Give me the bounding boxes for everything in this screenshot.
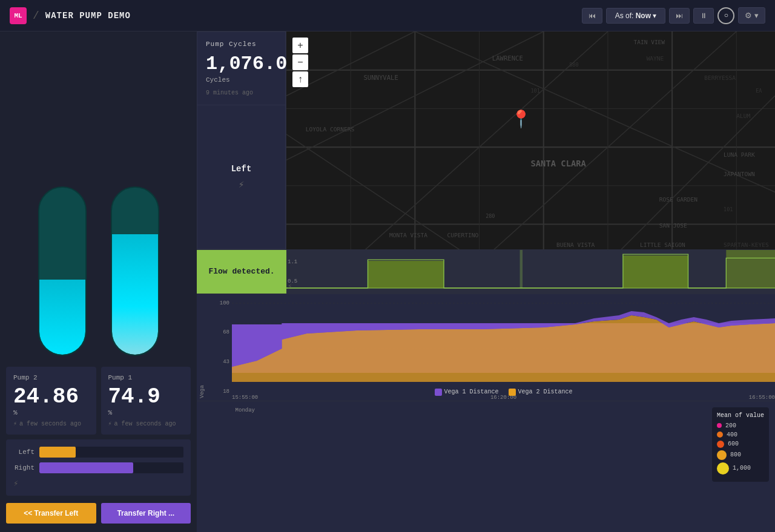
map-controls: + − ↑: [292, 38, 308, 87]
bubble-legend-label-400: 400: [727, 432, 737, 438]
vega-x-end: 16:55:00: [749, 395, 775, 401]
pump2-unit: %: [13, 409, 89, 416]
svg-text:LITTLE SAIGON: LITTLE SAIGON: [640, 241, 685, 248]
vega-y-18: 18: [223, 389, 229, 395]
svg-text:BERRYESSA: BERRYESSA: [704, 74, 736, 81]
bar-row-left: Left: [13, 447, 183, 458]
bubble-legend-dot-800: [717, 450, 727, 460]
bubble-legend-label-600: 600: [728, 441, 739, 447]
pump1-timestamp: a few seconds ago: [114, 421, 176, 427]
bubble-legend-200: 200: [717, 422, 764, 429]
pump1-value: 74.9: [108, 386, 184, 408]
pause-button[interactable]: ⏸: [693, 8, 714, 24]
svg-text:SUNNYVALE: SUNNYVALE: [363, 74, 398, 82]
header-controls: ⏮ As of: Now ▾ ⏭ ⏸ ○ ⚙ ▾: [582, 7, 765, 24]
map-zoom-in-button[interactable]: +: [292, 38, 308, 53]
svg-text:280: 280: [486, 213, 495, 219]
pump1-time: ⚡ a few seconds ago: [108, 420, 184, 427]
forward-button[interactable]: ⏭: [669, 8, 690, 24]
svg-text:BUENA VISTA: BUENA VISTA: [556, 241, 595, 248]
vega-legend-2: Vega 2 Distance: [509, 389, 573, 396]
map-svg: SUNNYVALE LAWRENCE WAYNE BERRYESSA LOYOL…: [286, 31, 775, 249]
svg-text:880: 880: [569, 62, 578, 68]
vega-legend-2-label: Vega 2 Distance: [518, 389, 573, 395]
svg-text:JAPANTOWN: JAPANTOWN: [724, 171, 755, 177]
bubble-legend: Mean of value 200 400 600: [712, 407, 769, 482]
left-panel: Pump 2 24.86 % ⚡ a few seconds ago Pump …: [0, 31, 197, 532]
bubble-chart-area: time (day) Monday Tuesday Friday Saturda…: [197, 401, 775, 532]
pump-cycles-column: Pump Cycles 1,076.0 Cycles 9 minutes ago…: [197, 31, 286, 249]
vega-x-start: 15:55:00: [232, 395, 258, 401]
vega-legend: Vega 1 Distance Vega 2 Distance: [434, 389, 572, 396]
svg-text:EA: EA: [756, 88, 762, 94]
flow-chart-area: 1.1 0.5 ⚡: [286, 250, 775, 294]
flow-svg: [286, 250, 775, 294]
map-container[interactable]: SUNNYVALE LAWRENCE WAYNE BERRYESSA LOYOL…: [286, 31, 775, 249]
svg-text:LAWRENCE: LAWRENCE: [492, 54, 523, 62]
pump1-card: Pump 1 74.9 % ⚡ a few seconds ago: [101, 367, 191, 435]
bubble-legend-dot-1000: [717, 462, 729, 475]
map-zoom-out-button[interactable]: −: [292, 54, 308, 70]
bubble-legend-1000: 1,000: [717, 462, 764, 475]
bubble-legend-dot-600: [717, 441, 724, 448]
pump2-card: Pump 2 24.86 % ⚡ a few seconds ago: [6, 367, 96, 435]
bubble-legend-600: 600: [717, 441, 764, 448]
record-button[interactable]: ○: [717, 7, 734, 24]
bubble-legend-400: 400: [717, 432, 764, 438]
bar-fill-right: [39, 462, 133, 473]
map-reset-button[interactable]: ↑: [292, 71, 308, 87]
top-row: Pump Cycles 1,076.0 Cycles 9 minutes ago…: [197, 31, 775, 249]
pump2-time: ⚡ a few seconds ago: [13, 420, 89, 427]
bubble-chart: 00 01 02 03 04 05 06 07 08 09 10 11 12 1…: [251, 401, 775, 532]
flow-x-icon: ⚡: [288, 282, 292, 291]
svg-text:TAIN VIEW: TAIN VIEW: [633, 39, 665, 45]
bubble-svg: [251, 401, 775, 532]
vega-chart-area: Vega 100 68 43 18: [197, 294, 775, 401]
gauge-right: [111, 186, 159, 356]
bar-track-right: [39, 462, 183, 473]
bubble-legend-800: 800: [717, 450, 764, 460]
bar-label-right: Right: [13, 464, 35, 471]
svg-text:WAYNE: WAYNE: [647, 55, 664, 62]
pump2-timestamp: a few seconds ago: [19, 421, 81, 427]
bubble-legend-label-800: 800: [730, 452, 741, 458]
pump-cycles-title: Pump Cycles: [206, 41, 277, 48]
gauges-row: [6, 38, 191, 362]
svg-text:SPARTAN-KEYES: SPARTAN-KEYES: [724, 241, 769, 248]
settings-button[interactable]: ⚙ ▾: [738, 7, 765, 24]
pump-cycles-unit: Cycles: [206, 76, 277, 84]
rewind-button[interactable]: ⏮: [582, 8, 602, 24]
pump-cycles-time: 9 minutes ago: [206, 90, 277, 96]
bar-chart-card: Left Right ⚡: [6, 439, 191, 496]
pump2-title: Pump 2: [13, 374, 89, 381]
bar-row-right: Right: [13, 462, 183, 473]
map-pin: 📍: [510, 109, 532, 130]
transfer-right-button[interactable]: Transfer Right ...: [101, 503, 191, 524]
right-panel: Pump Cycles 1,076.0 Cycles 9 minutes ago…: [197, 31, 775, 532]
header: ML / WATER PUMP DEMO ⏮ As of: Now ▾ ⏭ ⏸ …: [0, 0, 775, 31]
bubble-legend-title: Mean of value: [717, 412, 764, 419]
svg-text:ROSE GARDEN: ROSE GARDEN: [659, 196, 698, 203]
vega-chart: 15:55:00 16:20:00 16:55:00 Vega 1 Distan…: [232, 294, 775, 401]
direction-icon: ⚡: [239, 179, 245, 191]
svg-text:CUPERTINO: CUPERTINO: [447, 232, 478, 238]
time-selector-button[interactable]: As of: Now ▾: [606, 8, 666, 24]
svg-text:ALUM: ALUM: [736, 113, 750, 119]
gauge-left-pill: [38, 186, 87, 356]
svg-rect-44: [520, 250, 523, 288]
svg-text:SAN JOSE: SAN JOSE: [659, 222, 687, 229]
bar-track-left: [39, 447, 183, 458]
bubble-legend-label-1000: 1,000: [733, 465, 751, 471]
pump-cycles-card: Pump Cycles 1,076.0 Cycles 9 minutes ago: [197, 31, 286, 105]
flow-row: Flow detected. 1.1 0.5 ⚡: [197, 249, 775, 294]
svg-rect-46: [726, 250, 775, 288]
svg-rect-43: [368, 261, 444, 288]
header-separator: /: [33, 10, 39, 22]
gauge-right-pill: [111, 186, 159, 356]
vega-y-axis-label: Vega: [197, 294, 208, 401]
svg-text:101: 101: [531, 88, 540, 94]
transfer-left-button[interactable]: << Transfer Left: [6, 503, 96, 524]
svg-rect-45: [623, 255, 688, 288]
svg-text:LUNA PARK: LUNA PARK: [724, 151, 755, 158]
transfer-buttons: << Transfer Left Transfer Right ...: [6, 501, 191, 526]
